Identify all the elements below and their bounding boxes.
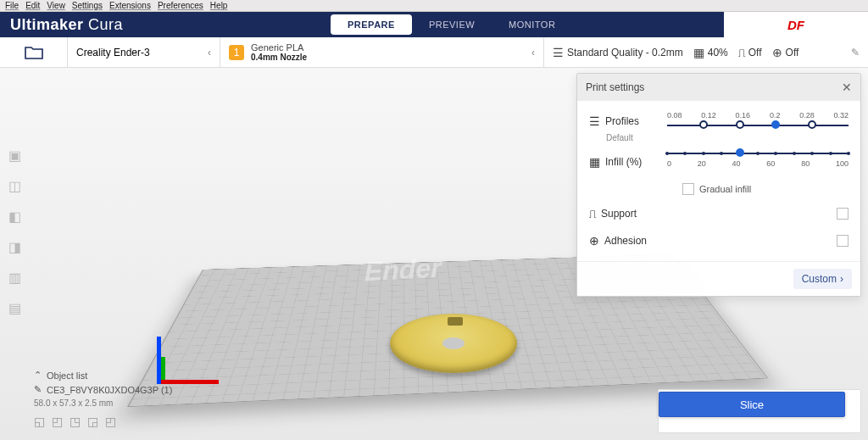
menu-settings[interactable]: Settings (72, 1, 103, 10)
adhesion-text: Off (786, 47, 799, 58)
tick-label: 0.12 (701, 111, 716, 120)
layers-icon: ☰ (589, 114, 600, 128)
tick-label: 20 (698, 159, 706, 168)
view-right-icon[interactable]: ◰ (105, 415, 116, 428)
left-toolbar: ▣ ◫ ◧ ◨ ▥ ▤ (3, 144, 29, 319)
support-icon: ⎍ (589, 207, 596, 220)
settings-summary[interactable]: ☰ Standard Quality - 0.2mm ▦ 40% ⎍ Off ⊕… (544, 37, 868, 67)
gradual-infill-row[interactable]: Gradual infill (682, 183, 849, 195)
profile-slider[interactable]: 0.08 0.12 0.16 0.2 0.28 0.32 (667, 111, 849, 131)
adhesion-row: ⊕ Adhesion (589, 234, 849, 248)
tick-label: 100 (836, 159, 849, 168)
menubar[interactable]: File Edit View Settings Extensions Prefe… (0, 0, 868, 12)
infill-row: ▦ Infill (%) 0 (589, 151, 849, 173)
tool-mirror[interactable]: ◨ (3, 236, 25, 258)
support-checkbox[interactable] (837, 208, 849, 220)
printer-selector[interactable]: Creality Ender-3 ‹ (68, 37, 220, 67)
view-top-icon[interactable]: ◳ (70, 415, 81, 428)
support-label: Support (601, 208, 637, 220)
profiles-label: Profiles (605, 115, 639, 127)
brand-light: Cura (88, 16, 123, 33)
object-dimensions: 58.0 x 57.3 x 2.5 mm (34, 398, 172, 408)
action-panel: Slice (658, 389, 861, 433)
close-icon[interactable]: ✕ (842, 81, 852, 94)
tick-label: 40 (732, 159, 741, 168)
object-list: ⌃ Object list ✎ CE3_F8VY8K0JXDO4G3P (1) … (34, 370, 172, 428)
panel-title: Print settings (586, 81, 644, 93)
gradual-infill-checkbox[interactable] (682, 183, 694, 195)
object-list-header[interactable]: ⌃ Object list (34, 370, 172, 381)
quality-text: Standard Quality - 0.2mm (567, 47, 683, 58)
menu-file[interactable]: File (5, 1, 19, 10)
object-list-item[interactable]: ✎ CE3_F8VY8K0JXDO4G3P (1) (34, 384, 172, 395)
adhesion-label: Adhesion (604, 235, 647, 247)
printer-name: Creality Ender-3 (76, 47, 150, 58)
support-summary: ⎍ Off (738, 46, 762, 59)
custom-label: Custom (802, 273, 837, 285)
infill-label: Infill (%) (605, 156, 642, 168)
tick-label: 80 (801, 159, 810, 168)
profiles-row: ☰ Profiles 0.08 0.12 0.16 0.2 0.28 0.32 (589, 111, 849, 131)
slice-button[interactable]: Slice (659, 392, 845, 417)
config-ribbon: Creality Ender-3 ‹ 1 Generic PLA 0.4mm N… (0, 37, 868, 68)
tool-mesh[interactable]: ▥ (3, 266, 25, 288)
infill-icon: ▦ (693, 46, 704, 59)
tick-label: 0.08 (667, 111, 682, 120)
chevron-left-icon: ‹ (208, 47, 211, 58)
infill-icon: ▦ (589, 155, 600, 169)
default-label: Default (606, 133, 849, 142)
menu-help[interactable]: Help (210, 1, 228, 10)
folder-icon (25, 45, 43, 60)
tool-move[interactable]: ▣ (3, 144, 25, 166)
menu-extensions[interactable]: Extensions (109, 1, 151, 10)
open-file-button[interactable] (0, 37, 68, 67)
object-name: CE3_F8VY8K0JXDO4G3P (1) (47, 385, 172, 395)
chevron-left-icon: ‹ (531, 47, 535, 58)
gradual-infill-label: Gradual infill (699, 184, 751, 194)
menu-preferences[interactable]: Preferences (158, 1, 203, 10)
infill-summary: ▦ 40% (693, 46, 728, 59)
app-header: Ultimaker Cura PREPARE PREVIEW MONITOR D… (0, 12, 868, 37)
app-brand: Ultimaker Cura (0, 16, 123, 34)
tick-label: 0.16 (736, 111, 751, 120)
custom-button[interactable]: Custom › (793, 269, 852, 289)
tab-preview[interactable]: PREVIEW (412, 14, 492, 35)
infill-text: 40% (708, 47, 728, 58)
tick-label: 0.32 (833, 111, 849, 120)
chevron-up-icon: ⌃ (34, 370, 42, 381)
adhesion-icon: ⊕ (772, 46, 782, 59)
tool-support[interactable]: ▤ (3, 297, 25, 319)
panel-header: Print settings ✕ (577, 74, 860, 101)
infill-slider[interactable]: 0 20 40 60 80 100 (667, 151, 849, 173)
view-front-icon[interactable]: ◰ (52, 415, 63, 428)
adhesion-summary: ⊕ Off (772, 46, 799, 59)
print-settings-panel: Print settings ✕ ☰ Profiles 0.08 0.12 0.… (576, 73, 861, 297)
tab-monitor[interactable]: MONITOR (492, 14, 572, 35)
quality-summary: ☰ Standard Quality - 0.2mm (553, 46, 683, 59)
model-object[interactable] (390, 314, 517, 373)
adhesion-checkbox[interactable] (837, 235, 849, 247)
edit-icon[interactable]: ✎ (851, 47, 860, 58)
tick-label: 0.2 (770, 111, 781, 120)
tick-label: 0 (667, 159, 671, 168)
nozzle-size: 0.4mm Nozzle (251, 53, 307, 62)
material-selector[interactable]: 1 Generic PLA 0.4mm Nozzle ‹ (220, 37, 544, 67)
extruder-badge: 1 (229, 45, 244, 60)
tick-label: 60 (766, 159, 775, 168)
object-list-title: Object list (47, 370, 87, 381)
watermark: DF (724, 12, 868, 37)
view-left-icon[interactable]: ◲ (87, 415, 98, 428)
support-row: ⎍ Support (589, 207, 849, 220)
pencil-icon: ✎ (34, 384, 42, 395)
tick-label: 0.28 (799, 111, 815, 120)
menu-view[interactable]: View (47, 1, 65, 10)
tool-scale[interactable]: ◫ (3, 175, 25, 197)
brand-bold: Ultimaker (10, 16, 84, 33)
view-presets: ◱ ◰ ◳ ◲ ◰ (34, 415, 172, 428)
view-iso-icon[interactable]: ◱ (34, 415, 45, 428)
support-text: Off (748, 47, 762, 58)
tool-rotate[interactable]: ◧ (3, 205, 25, 227)
menu-edit[interactable]: Edit (25, 1, 40, 10)
tab-prepare[interactable]: PREPARE (331, 14, 412, 35)
layers-icon: ☰ (553, 46, 564, 59)
